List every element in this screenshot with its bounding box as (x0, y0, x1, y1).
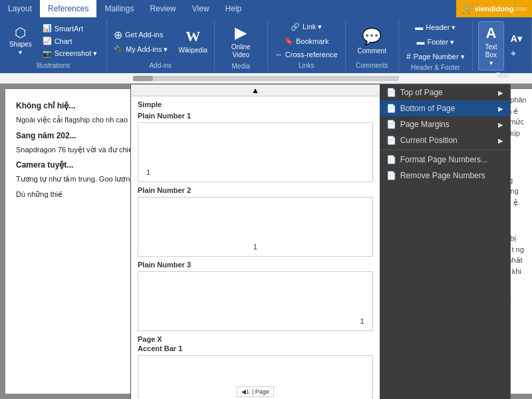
text-label: Text (496, 72, 508, 79)
simple-section-label: Simple (131, 96, 380, 110)
online-video-button[interactable]: ▶ OnlineVideo (227, 21, 255, 61)
tab-layout[interactable]: Layout (0, 0, 40, 17)
tab-mailings[interactable]: Mailings (96, 0, 142, 17)
remove-page-numbers-item[interactable]: 📄 Remove Page Numbers (380, 168, 510, 184)
chart-icon: 📈 (43, 37, 52, 45)
header-footer-label: Header & Footer (411, 64, 460, 71)
textbox-button[interactable]: A TextBox ▾ (478, 21, 504, 70)
preview-label-pagex: Page X (131, 334, 380, 343)
preview-label-plain2: Plain Number 2 (131, 185, 380, 194)
ribbon-group-comments: 💬 Comment Comments (346, 20, 399, 70)
current-position-icon: 📄 (386, 136, 396, 145)
remove-icon: 📄 (386, 171, 396, 180)
plain-number-3-preview[interactable]: 1 (138, 271, 373, 331)
wikipedia-button[interactable]: W Wikipedia (174, 26, 211, 57)
tab-view[interactable]: View (184, 0, 217, 17)
chart-button[interactable]: 📈 Chart (39, 35, 102, 47)
bottom-of-page-arrow: ▶ (498, 105, 503, 112)
scroll-up-button[interactable]: ▲ (131, 84, 380, 96)
accent-bar-1-preview[interactable]: ◀1| Page (138, 355, 373, 399)
tab-help[interactable]: Help (217, 0, 250, 17)
preview-label-plain1: Plain Number 1 (131, 110, 380, 120)
plain-number-2-preview[interactable]: 1 (138, 197, 373, 257)
my-addins-button[interactable]: 🔌 My Add-ins ▾ (110, 44, 172, 55)
smartart-button[interactable]: 📊 SmartArt (39, 23, 102, 34)
header-icon: ▬ (415, 23, 423, 32)
ribbon-group-illustrations: ⬡ Shapes ▾ 📊 SmartArt 📈 Chart (0, 20, 107, 70)
link-button[interactable]: 🔗 Link ▾ (287, 21, 326, 33)
textbox-icon: A (485, 25, 496, 42)
bottom-of-page-icon: 📄 (386, 104, 396, 113)
logo-icon: 🛒 (462, 3, 473, 14)
ribbon-group-links: 🔗 Link ▾ 🔖 Bookmark ↔ Cross-reference Li… (268, 20, 346, 70)
illustrations-label: Illustrations (37, 62, 70, 69)
number-3: 1 (360, 317, 364, 325)
screenshot-icon: 📷 (43, 49, 52, 58)
bookmark-button[interactable]: 🔖 Bookmark (280, 35, 333, 47)
preview-label-plain3: Plain Number 3 (131, 259, 380, 269)
page-number-icon: # (406, 52, 411, 61)
top-of-page-item[interactable]: 📄 Top of Page ▶ (380, 84, 510, 100)
comments-label: Comments (356, 62, 388, 69)
ribbon-group-addins: ⊕ Get Add-ins 🔌 My Add-ins ▾ W Wikipedia… (107, 20, 215, 70)
current-position-arrow: ▶ (498, 137, 503, 144)
smartart-icon: 📊 (43, 24, 52, 33)
page-margins-icon: 📄 (386, 120, 396, 129)
addins-label: Add-ins (149, 62, 172, 69)
bottom-of-page-item[interactable]: 📄 Bottom of Page ▶ (380, 100, 510, 116)
logo-text: viendidong (475, 5, 514, 13)
scroll-up-icon: ▲ (251, 86, 259, 95)
ribbon-group-header-footer: ▬ Header ▾ ▬ Footer ▾ # Page Number ▾ He… (399, 20, 473, 70)
format-page-numbers-item[interactable]: 📄 Format Page Numbers... (380, 152, 510, 168)
top-of-page-arrow: ▶ (498, 89, 503, 96)
number-2: 1 (253, 243, 257, 251)
wordart-button[interactable]: A▾ (507, 32, 526, 45)
footer-button[interactable]: ▬ Footer ▾ (412, 36, 458, 48)
shapes-button[interactable]: ⬡ Shapes ▾ (5, 24, 36, 59)
media-label: Media (232, 63, 250, 70)
page-margins-item[interactable]: 📄 Page Margins ▶ (380, 116, 510, 132)
screenshot-button[interactable]: 📷 Screenshot ▾ (39, 48, 102, 59)
footer-icon: ▬ (416, 37, 424, 47)
comment-button[interactable]: 💬 Comment (354, 25, 390, 57)
accent-bar-inner: ◀1| Page (237, 386, 274, 397)
wikipedia-icon: W (186, 28, 200, 45)
page-number-button[interactable]: # Page Number ▾ (402, 51, 469, 63)
tab-references[interactable]: References (40, 0, 96, 17)
cross-ref-button[interactable]: ↔ Cross-reference (271, 49, 342, 60)
get-addins-icon: ⊕ (114, 29, 122, 41)
tab-review[interactable]: Review (142, 0, 184, 17)
top-of-page-icon: 📄 (386, 88, 396, 97)
dropcap-button[interactable]: ⌖ (507, 47, 526, 61)
header-button[interactable]: ▬ Header ▾ (411, 21, 460, 33)
page-margins-arrow: ▶ (498, 121, 503, 128)
format-icon: 📄 (386, 155, 396, 164)
shapes-icon: ⬡ (15, 26, 26, 39)
comment-icon: 💬 (362, 27, 382, 46)
bookmark-icon: 🔖 (284, 37, 293, 45)
preview-label-accent1: Accent Bar 1 (131, 343, 380, 352)
number-1: 1 (146, 168, 150, 176)
video-icon: ▶ (235, 23, 247, 42)
link-icon: 🔗 (291, 23, 300, 31)
links-label: Links (299, 62, 314, 69)
cross-ref-icon: ↔ (275, 51, 283, 59)
menu-separator (380, 150, 510, 150)
current-position-item[interactable]: 📄 Current Position ▶ (380, 132, 510, 148)
logo-subtext: .com (513, 5, 527, 12)
get-addins-button[interactable]: ⊕ Get Add-ins (110, 27, 172, 43)
ribbon-group-text: A TextBox ▾ A▾ ⌖ Text (473, 20, 532, 70)
plain-number-1-preview[interactable]: 1 (138, 122, 373, 182)
my-addins-icon: 🔌 (114, 45, 123, 54)
ribbon-group-media: ▶ OnlineVideo Media (215, 20, 268, 70)
